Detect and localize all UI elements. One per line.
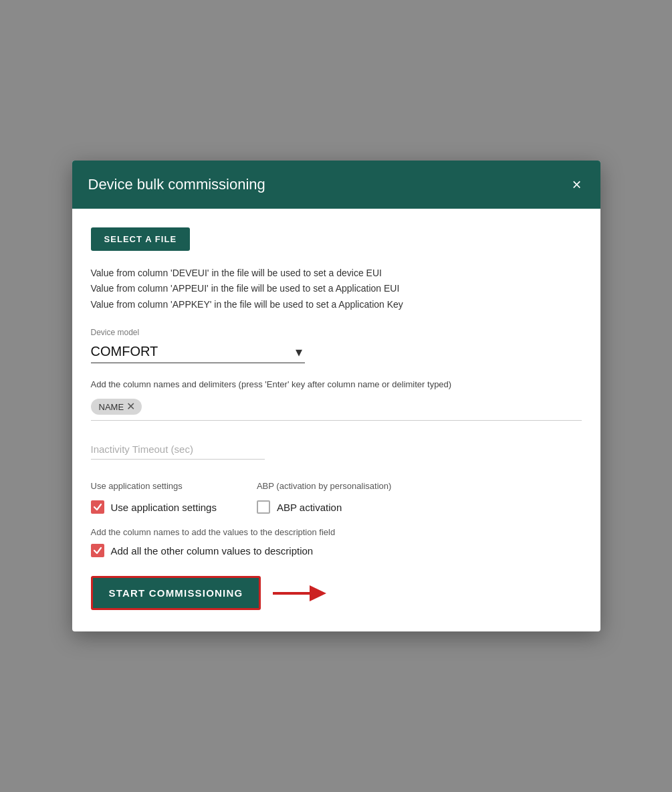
description-checkmark-icon xyxy=(93,546,102,555)
close-button[interactable]: × xyxy=(569,174,584,195)
abp-checkbox-row: ABP activation xyxy=(257,500,391,514)
use-app-settings-checkbox-label: Use application settings xyxy=(111,502,217,513)
use-app-settings-section-label: Use application settings xyxy=(91,481,217,491)
inactivity-timeout-input[interactable] xyxy=(91,439,265,460)
modal-title: Device bulk commissioning xyxy=(88,176,265,193)
description-checkbox[interactable] xyxy=(91,544,104,557)
start-btn-wrapper: START COMMISSIONING xyxy=(91,576,582,610)
info-line-2: Value from column 'APPEUI' in the file w… xyxy=(91,281,582,297)
tag-input-area[interactable]: NAME ✕ xyxy=(91,399,582,421)
device-bulk-commissioning-modal: Device bulk commissioning × SELECT A FIL… xyxy=(72,161,600,632)
arrow-icon xyxy=(273,580,326,607)
start-commissioning-button[interactable]: START COMMISSIONING xyxy=(91,576,261,610)
description-checkbox-row: Add all the other column values to descr… xyxy=(91,544,582,557)
use-app-settings-checkbox[interactable] xyxy=(91,500,104,514)
svg-marker-1 xyxy=(310,585,326,601)
device-model-dropdown-wrapper: COMFORT OTHER ▾ xyxy=(91,341,305,363)
tag-remove-icon[interactable]: ✕ xyxy=(126,401,135,412)
abp-col: ABP (activation by personalisation) ABP … xyxy=(257,481,391,514)
settings-row: Use application settings Use application… xyxy=(91,481,582,514)
use-app-settings-checkbox-row: Use application settings xyxy=(91,500,217,514)
description-section: Add the column names to add the values t… xyxy=(91,527,582,557)
info-text: Value from column 'DEVEUI' in the file w… xyxy=(91,266,582,313)
checkmark-icon xyxy=(93,502,102,512)
description-hint: Add the column names to add the values t… xyxy=(91,527,582,537)
device-model-label: Device model xyxy=(91,328,582,337)
info-line-3: Value from column 'APPKEY' in the file w… xyxy=(91,297,582,313)
select-file-button[interactable]: SELECT A FILE xyxy=(91,227,191,251)
abp-section-label: ABP (activation by personalisation) xyxy=(257,481,391,491)
tag-label: NAME xyxy=(99,402,124,412)
abp-checkbox[interactable] xyxy=(257,500,270,514)
modal-body: SELECT A FILE Value from column 'DEVEUI'… xyxy=(72,209,600,632)
modal-header: Device bulk commissioning × xyxy=(72,161,600,209)
device-model-select[interactable]: COMFORT OTHER xyxy=(91,341,305,363)
use-app-settings-col: Use application settings Use application… xyxy=(91,481,217,514)
abp-checkbox-label: ABP activation xyxy=(277,502,342,513)
description-checkbox-label: Add all the other column values to descr… xyxy=(111,545,314,557)
column-hint: Add the column names and delimiters (pre… xyxy=(91,378,582,391)
arrow-wrapper xyxy=(273,580,326,607)
tag-name: NAME ✕ xyxy=(91,399,142,415)
info-line-1: Value from column 'DEVEUI' in the file w… xyxy=(91,266,582,282)
